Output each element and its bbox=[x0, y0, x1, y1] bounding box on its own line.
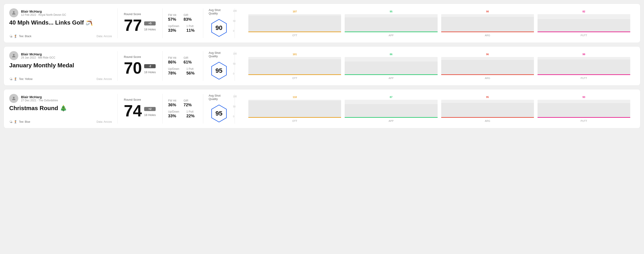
bar-container bbox=[538, 14, 630, 32]
avatar-icon bbox=[11, 53, 16, 58]
bar-container bbox=[345, 14, 438, 32]
bar-accent bbox=[248, 74, 341, 75]
card-quality: Avg Shot Quality 90 bbox=[203, 8, 235, 38]
bar-value: 99 bbox=[582, 53, 585, 56]
card-middle: Round Score 74 +2 18 Holes bbox=[118, 94, 163, 124]
bar-value: 95 bbox=[486, 96, 489, 98]
quality-label: Avg Shot Quality bbox=[209, 8, 229, 15]
bar-fill bbox=[441, 103, 534, 117]
player-date-course: 12 Feb 2022 · Royal North Devon GC bbox=[21, 13, 66, 16]
avatar-icon bbox=[11, 96, 16, 101]
weather-icon: 🌤 bbox=[9, 77, 12, 81]
stat-up-down: Up/Down 33% bbox=[168, 24, 179, 33]
bar-axis-label: ARG bbox=[485, 120, 490, 122]
fw-hit-value: 86% bbox=[168, 60, 176, 65]
gir-label: GIR bbox=[184, 13, 192, 17]
score-row: 70 -2 18 Holes bbox=[124, 60, 156, 76]
one-putt-label: 1 Putt bbox=[186, 24, 194, 28]
bar-value: 107 bbox=[292, 10, 296, 13]
stat-row-bottom: Up/Down 33% 1 Putt 22% bbox=[168, 110, 198, 119]
hexagon-wrapper: 90 bbox=[209, 18, 229, 38]
bar-group-ott: 101 OTT bbox=[248, 53, 341, 80]
score-row: 77 +5 18 Holes bbox=[124, 17, 156, 33]
bar-fill bbox=[345, 61, 438, 74]
card-stats: FW Hit 86% GIR 61% Up/Down 78% 1 Putt bbox=[163, 51, 203, 81]
bar-accent bbox=[345, 31, 438, 32]
bar-container bbox=[345, 57, 438, 75]
bar-container bbox=[538, 57, 630, 75]
up-down-label: Up/Down bbox=[168, 110, 179, 113]
bar-axis-label: OTT bbox=[292, 34, 297, 37]
player-name: Blair McHarg bbox=[21, 95, 58, 99]
card-footer: 🌤 🏌 Tee: Black Data: Arccos bbox=[9, 34, 112, 38]
stat-one-putt: 1 Putt 56% bbox=[186, 67, 194, 76]
gir-label: GIR bbox=[184, 99, 192, 102]
hex-score: 95 bbox=[216, 67, 222, 74]
bar-fill bbox=[248, 59, 341, 74]
gir-label: GIR bbox=[184, 56, 192, 59]
chart-y-labels: 100 50 0 bbox=[233, 95, 237, 118]
hex-score: 95 bbox=[216, 110, 222, 117]
gir-value: 61% bbox=[184, 60, 192, 65]
bar-value: 101 bbox=[292, 53, 296, 56]
bar-value: 95 bbox=[390, 10, 392, 13]
bar-axis-label: PUTT bbox=[580, 34, 587, 37]
bar-group-putt: 82 PUTT bbox=[538, 10, 630, 37]
bar-group-putt: 93 PUTT bbox=[538, 96, 630, 122]
bar-accent bbox=[248, 117, 341, 118]
bar-fill bbox=[345, 104, 438, 117]
up-down-label: Up/Down bbox=[168, 24, 179, 28]
bar-value: 86 bbox=[390, 53, 392, 56]
bar-accent bbox=[345, 117, 438, 118]
bar-axis-label: OTT bbox=[292, 77, 297, 80]
stat-row-bottom: Up/Down 33% 1 Putt 11% bbox=[168, 24, 198, 33]
player-name: Blair McHarg bbox=[21, 52, 55, 56]
bar-fill bbox=[538, 103, 630, 117]
player-date-course: 29 Jan 2022 · Mill Ride GCC bbox=[21, 56, 55, 59]
player-date-course: 27 Dec 2021 · The Oxfordshire bbox=[21, 99, 58, 102]
chart-y-labels: 100 50 0 bbox=[233, 10, 237, 32]
one-putt-value: 11% bbox=[186, 28, 194, 33]
bar-accent bbox=[538, 117, 630, 118]
up-down-label: Up/Down bbox=[168, 67, 179, 70]
round-title: 40 Mph Winds... Links Golf 🪃 bbox=[9, 19, 112, 26]
bar-accent bbox=[538, 74, 630, 75]
bar-accent bbox=[248, 31, 341, 32]
one-putt-value: 56% bbox=[186, 71, 194, 76]
bar-axis-label: PUTT bbox=[580, 77, 587, 80]
bar-axis-label: ARG bbox=[485, 34, 490, 37]
bar-fill bbox=[441, 60, 534, 74]
round-score-label: Round Score bbox=[124, 98, 156, 101]
bar-value: 96 bbox=[486, 53, 489, 56]
one-putt-label: 1 Putt bbox=[186, 67, 194, 70]
card-chart: 100 50 0 101 OTT 86 APP bbox=[235, 51, 635, 81]
card-quality: Avg Shot Quality 95 bbox=[203, 51, 235, 81]
fw-hit-label: FW Hit bbox=[168, 99, 176, 102]
up-down-value: 33% bbox=[168, 114, 179, 119]
hex-score: 90 bbox=[216, 24, 222, 31]
score-badge: +5 bbox=[144, 21, 156, 25]
quality-label: Avg Shot Quality bbox=[209, 94, 229, 101]
bar-value: 98 bbox=[486, 10, 489, 13]
score-badge: -2 bbox=[144, 64, 156, 68]
bar-chart: 107 OTT 95 APP 98 bbox=[248, 10, 630, 37]
tee-info: 🌤 🏌 Tee: Yellow bbox=[9, 77, 32, 81]
tee-info: 🌤 🏌 Tee: Black bbox=[9, 34, 31, 38]
bar-fill bbox=[248, 101, 341, 117]
bar-value: 110 bbox=[292, 96, 296, 98]
hexagon-wrapper: 95 bbox=[209, 61, 229, 81]
bar-container bbox=[248, 14, 341, 32]
bar-chart: 101 OTT 86 APP 96 bbox=[248, 52, 630, 80]
round-card: Blair McHarg 27 Dec 2021 · The Oxfordshi… bbox=[4, 89, 640, 128]
bar-axis-label: OTT bbox=[292, 120, 297, 122]
card-footer: 🌤 🏌 Tee: Blue Data: Arccos bbox=[9, 120, 112, 124]
bar-group-arg: 98 ARG bbox=[441, 10, 534, 37]
player-meta: Blair McHarg 29 Jan 2022 · Mill Ride GCC bbox=[21, 52, 55, 59]
score-number: 77 bbox=[124, 17, 142, 33]
tee-label: Tee: Blue bbox=[19, 120, 30, 124]
bar-value: 93 bbox=[582, 96, 585, 98]
card-left: Blair McHarg 27 Dec 2021 · The Oxfordshi… bbox=[9, 94, 118, 124]
holes-label: 18 Holes bbox=[144, 28, 156, 31]
bar-group-putt: 99 PUTT bbox=[538, 53, 630, 80]
bar-axis-label: APP bbox=[389, 77, 394, 80]
